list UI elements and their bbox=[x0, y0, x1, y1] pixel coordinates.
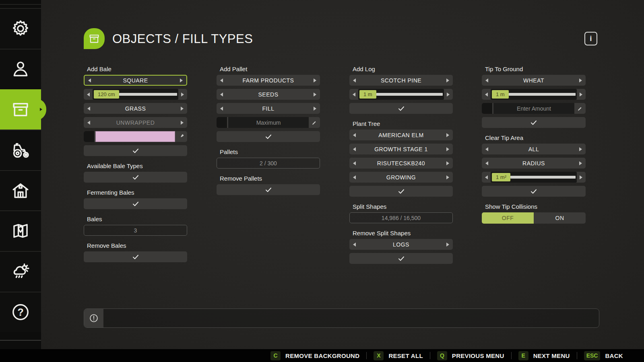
arrow-left-icon[interactable] bbox=[353, 243, 356, 247]
arrow-left-icon[interactable] bbox=[485, 93, 488, 97]
tip-amount-input-row[interactable] bbox=[482, 103, 586, 114]
arrow-right-icon[interactable] bbox=[446, 175, 449, 179]
confirm-clear-tip-area-button[interactable] bbox=[482, 186, 586, 197]
log-length-slider[interactable]: 1 m bbox=[349, 89, 453, 100]
arrow-right-icon[interactable] bbox=[579, 78, 582, 82]
fermenting-bales-button[interactable] bbox=[84, 198, 187, 209]
arrow-right-icon[interactable] bbox=[181, 107, 184, 111]
arrow-right-icon[interactable] bbox=[446, 243, 449, 247]
bale-color-swatch[interactable] bbox=[95, 131, 175, 142]
arrow-left-icon[interactable] bbox=[220, 93, 223, 97]
hint-next-menu[interactable]: E NEXT MENU bbox=[518, 351, 570, 360]
arrow-right-icon[interactable] bbox=[446, 133, 449, 137]
slider-track[interactable]: 1 m bbox=[491, 89, 577, 100]
arrow-left-icon[interactable] bbox=[485, 147, 488, 151]
sidebar-item-map[interactable] bbox=[0, 210, 41, 251]
bale-wrap-selector[interactable]: UNWRAPPED bbox=[84, 117, 187, 128]
slider-bar[interactable] bbox=[509, 93, 576, 96]
arrow-right-icon[interactable] bbox=[314, 78, 316, 82]
arrow-left-icon[interactable] bbox=[485, 78, 488, 82]
arrow-left-icon[interactable] bbox=[485, 175, 488, 179]
tip-length-slider[interactable]: 1 m bbox=[482, 89, 586, 100]
pallet-amount-input-row[interactable] bbox=[217, 117, 320, 128]
confirm-add-log-button[interactable] bbox=[349, 103, 453, 114]
arrow-right-icon[interactable] bbox=[580, 93, 582, 97]
arrow-right-icon[interactable] bbox=[181, 121, 184, 125]
tip-fill-type-selector[interactable]: WHEAT bbox=[482, 75, 586, 86]
arrow-right-icon[interactable] bbox=[314, 107, 316, 111]
arrow-left-icon[interactable] bbox=[220, 78, 223, 82]
hint-reset-all[interactable]: X RESET ALL bbox=[374, 351, 423, 360]
slider-bar[interactable] bbox=[119, 93, 177, 96]
log-tree-type-selector[interactable]: SCOTCH PINE bbox=[349, 75, 453, 86]
clear-tip-target-selector[interactable]: ALL bbox=[482, 144, 586, 154]
sidebar-item-vehicles[interactable] bbox=[0, 130, 41, 170]
arrow-left-icon[interactable] bbox=[220, 107, 223, 111]
remove-split-shapes-button[interactable] bbox=[349, 253, 453, 264]
remove-split-shapes-target-selector[interactable]: LOGS bbox=[349, 239, 453, 250]
confirm-tip-to-ground-button[interactable] bbox=[482, 117, 586, 128]
arrow-left-icon[interactable] bbox=[87, 93, 90, 97]
growth-stage-selector[interactable]: GROWTH STAGE 1 bbox=[349, 144, 453, 154]
tree-state-selector[interactable]: GROWING bbox=[349, 172, 453, 183]
sidebar-item-weather[interactable] bbox=[0, 251, 41, 291]
sidebar-item-settings[interactable] bbox=[0, 8, 41, 48]
available-bale-types-button[interactable] bbox=[84, 172, 187, 183]
info-button[interactable]: i bbox=[584, 32, 597, 45]
pallet-type-selector[interactable]: SEEDS bbox=[217, 89, 320, 100]
slider-bar[interactable] bbox=[376, 93, 443, 96]
bale-color-row[interactable] bbox=[84, 131, 187, 142]
arrow-left-icon[interactable] bbox=[353, 161, 356, 165]
arrow-left-icon[interactable] bbox=[485, 161, 488, 165]
arrow-left-icon[interactable] bbox=[353, 133, 356, 137]
slider-track[interactable]: 1 m² bbox=[491, 172, 577, 183]
confirm-add-pallet-button[interactable] bbox=[217, 131, 320, 142]
arrow-right-icon[interactable] bbox=[446, 161, 449, 165]
arrow-right-icon[interactable] bbox=[446, 78, 449, 82]
remove-pallets-button[interactable] bbox=[217, 184, 320, 195]
arrow-right-icon[interactable] bbox=[580, 175, 582, 179]
slider-track[interactable]: 120 cm bbox=[93, 89, 178, 100]
clear-tip-area-slider[interactable]: 1 m² bbox=[482, 172, 586, 183]
slider-track[interactable]: 1 m bbox=[358, 89, 444, 100]
dye-icon[interactable] bbox=[175, 133, 187, 140]
arrow-left-icon[interactable] bbox=[353, 175, 356, 179]
arrow-left-icon[interactable] bbox=[87, 121, 90, 125]
bale-fill-type-selector[interactable]: GRASS bbox=[84, 103, 187, 114]
arrow-right-icon[interactable] bbox=[180, 78, 183, 82]
arrow-right-icon[interactable] bbox=[314, 93, 316, 97]
arrow-right-icon[interactable] bbox=[181, 93, 184, 97]
pencil-icon[interactable] bbox=[309, 119, 320, 125]
arrow-left-icon[interactable] bbox=[87, 107, 90, 111]
hint-remove-background[interactable]: C REMOVE BACKGROUND bbox=[270, 351, 359, 360]
arrow-left-icon[interactable] bbox=[88, 78, 91, 82]
console-command-input[interactable] bbox=[103, 309, 599, 327]
toggle-off-button[interactable]: OFF bbox=[482, 212, 534, 224]
tip-amount-input[interactable] bbox=[493, 103, 574, 114]
arrow-right-icon[interactable] bbox=[446, 147, 449, 151]
toggle-on-button[interactable]: ON bbox=[534, 212, 586, 224]
arrow-left-icon[interactable] bbox=[353, 78, 356, 82]
hint-previous-menu[interactable]: Q PREVIOUS MENU bbox=[437, 351, 504, 360]
pallet-amount-input[interactable] bbox=[228, 117, 309, 128]
clear-tip-mode-selector[interactable]: RADIUS bbox=[482, 158, 586, 169]
arrow-right-icon[interactable] bbox=[579, 161, 582, 165]
arrow-left-icon[interactable] bbox=[353, 93, 355, 97]
sidebar-item-player[interactable] bbox=[0, 49, 41, 89]
sidebar-item-objects[interactable] bbox=[0, 89, 41, 130]
pencil-icon[interactable] bbox=[574, 105, 586, 111]
confirm-plant-tree-button[interactable] bbox=[349, 186, 453, 197]
planter-variant-selector[interactable]: RISUTECSKB240 bbox=[349, 158, 453, 169]
plant-tree-type-selector[interactable]: AMERICAN ELM bbox=[349, 130, 453, 140]
confirm-add-bale-button[interactable] bbox=[84, 145, 187, 156]
hint-back[interactable]: ESC BACK bbox=[584, 351, 623, 360]
pallet-category-selector[interactable]: FARM PRODUCTS bbox=[217, 75, 320, 86]
arrow-right-icon[interactable] bbox=[447, 93, 450, 97]
arrow-left-icon[interactable] bbox=[353, 147, 356, 151]
bale-size-slider[interactable]: 120 cm bbox=[84, 89, 187, 100]
remove-bales-button[interactable] bbox=[84, 251, 187, 262]
slider-bar[interactable] bbox=[510, 176, 576, 179]
sidebar-item-help[interactable]: ? bbox=[0, 292, 41, 332]
bale-shape-selector[interactable]: SQUARE bbox=[84, 75, 187, 86]
sidebar-item-placeables[interactable] bbox=[0, 170, 41, 210]
